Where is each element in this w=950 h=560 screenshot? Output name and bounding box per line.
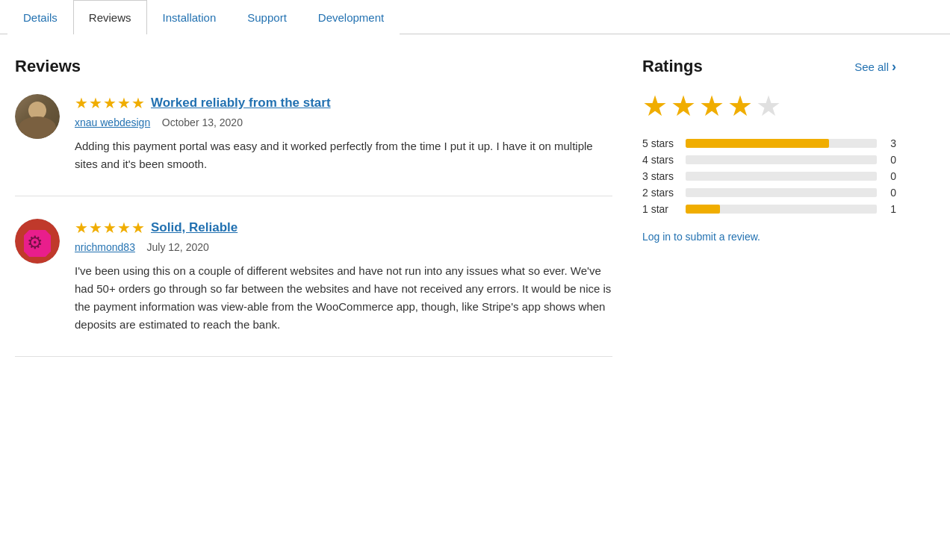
bar-row-1star: 1 star 1 xyxy=(642,203,896,215)
avatar-2 xyxy=(15,219,60,264)
bar-row-2stars: 2 stars 0 xyxy=(642,187,896,199)
tab-reviews[interactable]: Reviews xyxy=(73,0,147,34)
review-body-1: ★ ★ ★ ★ ★ Worked reliably from the start… xyxy=(75,94,612,173)
bar-row-5stars: 5 stars 3 xyxy=(642,137,896,149)
bar-fill-1 xyxy=(686,205,720,214)
review-author-2[interactable]: nrichmond83 xyxy=(75,241,135,253)
big-star-3: ★ xyxy=(699,90,724,122)
bar-track-2 xyxy=(686,188,877,197)
bar-count-2: 0 xyxy=(884,187,896,199)
see-all-label: See all xyxy=(854,60,889,73)
stars-and-title-row-2: ★ ★ ★ ★ ★ Solid, Reliable xyxy=(75,219,612,237)
bar-count-4: 0 xyxy=(884,154,896,166)
ratings-sidebar: Ratings See all ★ ★ ★ ★ ★ 5 stars 3 xyxy=(642,57,896,379)
log-in-link[interactable]: Log in to submit a review. xyxy=(642,231,760,243)
ratings-header: Ratings See all xyxy=(642,57,896,76)
star-4: ★ xyxy=(117,94,131,112)
review-title-1[interactable]: Worked reliably from the start xyxy=(151,96,331,111)
tab-development[interactable]: Development xyxy=(302,0,400,34)
star-3: ★ xyxy=(103,94,117,112)
tab-details[interactable]: Details xyxy=(7,0,73,34)
star-5: ★ xyxy=(131,219,145,237)
bar-row-4stars: 4 stars 0 xyxy=(642,154,896,166)
review-text-1: Adding this payment portal was easy and … xyxy=(75,137,612,173)
star-1: ★ xyxy=(75,94,88,112)
reviews-section: Reviews ★ ★ ★ ★ ★ Worked reliably from t… xyxy=(15,57,642,379)
bar-label-4: 4 stars xyxy=(642,154,678,166)
big-star-2: ★ xyxy=(671,90,696,122)
ratings-title: Ratings xyxy=(642,57,703,76)
star-rating: ★ ★ ★ ★ ★ xyxy=(75,94,145,112)
review-meta-1: xnau webdesign October 13, 2020 xyxy=(75,116,612,128)
chevron-right-icon xyxy=(892,59,896,75)
bar-track-4 xyxy=(686,155,877,164)
avatar-image-2 xyxy=(15,219,60,264)
reviews-heading: Reviews xyxy=(15,57,612,76)
bar-row-3stars: 3 stars 0 xyxy=(642,170,896,182)
star-2: ★ xyxy=(89,219,102,237)
bar-count-5: 3 xyxy=(884,137,896,149)
big-star-1: ★ xyxy=(642,90,668,122)
bar-count-3: 0 xyxy=(884,170,896,182)
main-content: Reviews ★ ★ ★ ★ ★ Worked reliably from t… xyxy=(0,34,950,394)
star-1: ★ xyxy=(75,219,88,237)
bar-count-1: 1 xyxy=(884,203,896,215)
review-body-2: ★ ★ ★ ★ ★ Solid, Reliable nrichmond83 Ju… xyxy=(75,219,612,334)
see-all-link[interactable]: See all xyxy=(854,59,896,75)
bar-track-3 xyxy=(686,172,877,181)
review-date-2: July 12, 2020 xyxy=(147,241,209,253)
overall-star-rating: ★ ★ ★ ★ ★ xyxy=(642,90,896,122)
review-author-1[interactable]: xnau webdesign xyxy=(75,116,150,128)
review-item: ★ ★ ★ ★ ★ Worked reliably from the start… xyxy=(15,94,612,196)
bar-label-2: 2 stars xyxy=(642,187,678,199)
rating-bars: 5 stars 3 4 stars 0 3 stars 0 xyxy=(642,137,896,215)
stars-and-title-row: ★ ★ ★ ★ ★ Worked reliably from the start xyxy=(75,94,612,112)
review-date-1: October 13, 2020 xyxy=(162,116,243,128)
star-3: ★ xyxy=(103,219,117,237)
bar-fill-5 xyxy=(686,139,829,148)
tab-support[interactable]: Support xyxy=(232,0,302,34)
review-meta-2: nrichmond83 July 12, 2020 xyxy=(75,241,612,253)
bar-label-1: 1 star xyxy=(642,203,678,215)
bar-label-5: 5 stars xyxy=(642,137,678,149)
tab-navigation: Details Reviews Installation Support Dev… xyxy=(0,0,950,34)
bar-label-3: 3 stars xyxy=(642,170,678,182)
star-4: ★ xyxy=(117,219,131,237)
star-2: ★ xyxy=(89,94,102,112)
tab-installation[interactable]: Installation xyxy=(147,0,232,34)
star-rating-2: ★ ★ ★ ★ ★ xyxy=(75,219,145,237)
star-5: ★ xyxy=(131,94,145,112)
review-title-2[interactable]: Solid, Reliable xyxy=(151,220,238,235)
big-star-5: ★ xyxy=(756,90,781,122)
bar-track-1 xyxy=(686,205,877,214)
bar-track-5 xyxy=(686,139,877,148)
review-text-2: I've been using this on a couple of diff… xyxy=(75,262,612,334)
big-star-4: ★ xyxy=(727,90,753,122)
review-item-2: ★ ★ ★ ★ ★ Solid, Reliable nrichmond83 Ju… xyxy=(15,219,612,357)
avatar xyxy=(15,94,60,139)
avatar-image-1 xyxy=(15,94,60,139)
